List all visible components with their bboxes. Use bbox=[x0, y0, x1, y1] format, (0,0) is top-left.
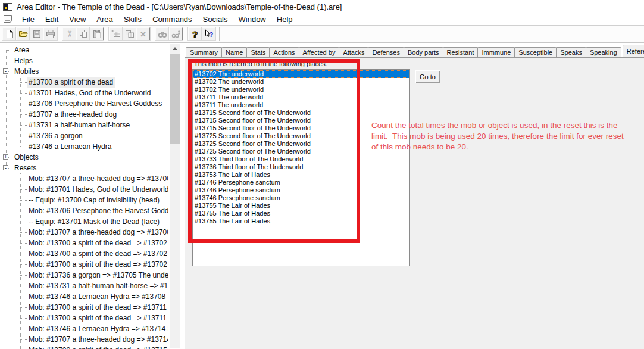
reference-row[interactable]: #13711 The underworld bbox=[193, 94, 409, 101]
tab[interactable]: Immmune bbox=[477, 47, 515, 57]
tab[interactable]: Stats bbox=[246, 47, 270, 57]
tree-expander-icon[interactable] bbox=[3, 68, 8, 74]
open-file-button[interactable] bbox=[16, 27, 30, 40]
tree-item[interactable]: Mob: #13706 Persephone the Harvest Godde… bbox=[0, 205, 180, 216]
tree-expander-icon[interactable] bbox=[3, 165, 8, 170]
tree-item-label: Mob: #13700 a spirit of the dead => #137… bbox=[27, 345, 168, 349]
tree-item[interactable]: Mob: #13700 a spirit of the dead => #137… bbox=[0, 238, 180, 248]
menu-item[interactable]: View bbox=[64, 14, 91, 25]
tab[interactable]: Susceptible bbox=[514, 47, 557, 57]
tab[interactable]: Defenses bbox=[368, 47, 404, 57]
mdi-document-icon[interactable] bbox=[4, 15, 12, 23]
tree-item[interactable]: Mob: #13700 a spirit of the dead => #137… bbox=[0, 345, 180, 349]
reference-row[interactable]: #13702 The underworld bbox=[193, 70, 409, 78]
reference-row[interactable]: #13733 Third floor of The Underworld bbox=[193, 155, 409, 163]
tab[interactable]: Body parts bbox=[404, 47, 443, 57]
tree-item[interactable]: -- Equip: #13701 Mask of the Dead (face) bbox=[0, 216, 180, 227]
find-mob-button[interactable] bbox=[169, 27, 183, 40]
scroll-up-arrow-icon[interactable] bbox=[170, 44, 180, 54]
tree-item[interactable]: Mob: #13707 a three-headed dog => #13714… bbox=[0, 334, 180, 345]
tree-item[interactable]: #13736 a gorgon bbox=[0, 130, 180, 141]
tree-item[interactable]: #13746 a Lernaean Hydra bbox=[0, 141, 180, 152]
tree-item[interactable]: Area bbox=[0, 45, 180, 55]
paste-icon bbox=[92, 29, 102, 39]
tab[interactable]: Actions bbox=[269, 47, 299, 57]
menu-item[interactable]: Window bbox=[233, 14, 271, 25]
reference-row[interactable]: #13702 The underworld bbox=[193, 78, 409, 86]
toolbar-separator bbox=[219, 27, 220, 41]
delete-entry-button[interactable]: ✕ bbox=[136, 27, 150, 40]
tree-scrollbar[interactable] bbox=[170, 44, 180, 348]
tab[interactable]: Name bbox=[221, 47, 247, 57]
tree-item[interactable]: Mob: #13700 a spirit of the dead => #137… bbox=[0, 259, 180, 270]
menu-item[interactable]: Edit bbox=[40, 14, 64, 25]
tree-item[interactable]: Mob: #13707 a three-headed dog => #13700… bbox=[0, 173, 180, 184]
main-area: Area Helps Mobiles #13700 a spir bbox=[0, 43, 644, 349]
reference-row[interactable]: #13746 Persephone sanctum bbox=[193, 186, 409, 194]
tree-item[interactable]: #13731 a half-human half-horse bbox=[0, 120, 180, 130]
menu-item[interactable]: Area bbox=[91, 14, 118, 25]
scrollbar-thumb[interactable] bbox=[170, 54, 180, 144]
menu-item[interactable]: Commands bbox=[147, 14, 197, 25]
tree-item[interactable]: Resets bbox=[0, 163, 180, 173]
duplicate-entry-button[interactable] bbox=[123, 27, 136, 40]
print-button[interactable] bbox=[43, 27, 57, 40]
reference-row[interactable]: #13746 Persephone sanctum bbox=[193, 179, 409, 186]
tree-item-label: Mob: #13700 a spirit of the dead => #137… bbox=[27, 248, 168, 259]
cut-button[interactable]: ✂ bbox=[62, 27, 76, 40]
reference-row[interactable]: #13746 Persephone sanctum bbox=[193, 194, 409, 202]
menu-item[interactable]: Skills bbox=[118, 14, 147, 25]
tab[interactable]: Speaking bbox=[586, 47, 621, 57]
tab[interactable]: Summary bbox=[186, 47, 222, 57]
print-icon bbox=[46, 29, 55, 39]
context-help-button[interactable]: ? bbox=[202, 27, 215, 40]
tree-item[interactable]: #13701 Hades, God of the Underworld bbox=[0, 88, 180, 98]
tree-expander-icon[interactable] bbox=[3, 154, 8, 160]
tree-item[interactable]: Mob: #13707 a three-headed dog => #13700… bbox=[0, 227, 180, 238]
tree-item[interactable]: -- Equip: #13700 Cap of Invisibility (he… bbox=[0, 195, 180, 205]
tree-item[interactable]: Mob: #13746 a Lernaean Hydra => #13708 T… bbox=[0, 291, 180, 302]
tab[interactable]: Affected by bbox=[299, 47, 340, 57]
menu-item[interactable]: File bbox=[17, 14, 40, 25]
new-file-button[interactable] bbox=[2, 27, 16, 40]
find-button[interactable] bbox=[155, 27, 169, 40]
tree-item[interactable]: #13700 a spirit of the dead bbox=[0, 77, 180, 88]
tree-item[interactable]: Mob: #13731 a half-human half-horse => #… bbox=[0, 281, 180, 291]
window-title: Area Editor - The Temple of the Dead - [… bbox=[17, 2, 342, 11]
tree-item[interactable]: Mob: #13700 a spirit of the dead => #137… bbox=[0, 302, 180, 313]
goto-button[interactable]: Go to bbox=[415, 70, 440, 83]
reference-row[interactable]: #13755 The Lair of Hades bbox=[193, 202, 409, 210]
reference-row[interactable]: #13715 Second floor of The Underworld bbox=[193, 109, 409, 117]
copy-button[interactable] bbox=[76, 27, 90, 40]
tree-item[interactable]: Mob: #13746 a Lernaean Hydra => #13714 S… bbox=[0, 323, 180, 334]
tree-item[interactable]: Objects bbox=[0, 152, 180, 163]
tree-item[interactable]: Mob: #13700 a spirit of the dead => #137… bbox=[0, 248, 180, 259]
references-list[interactable]: #13702 The underworld#13702 The underwor… bbox=[192, 69, 410, 266]
menu-item[interactable]: Help bbox=[271, 14, 298, 25]
annotation-line: Count the total times the mob or object … bbox=[371, 120, 624, 131]
tab[interactable]: Resistant bbox=[443, 47, 479, 57]
copy-icon bbox=[79, 29, 88, 39]
tab[interactable]: Attacks bbox=[339, 47, 368, 57]
tree-item[interactable]: Mob: #13700 a spirit of the dead => #137… bbox=[0, 313, 180, 323]
reference-row[interactable]: #13753 The Lair of Hades bbox=[193, 171, 409, 179]
tree-item[interactable]: Mob: #13701 Hades, God of the Underworld… bbox=[0, 184, 180, 195]
tab[interactable]: References bbox=[623, 45, 644, 57]
tree-item-label: #13707 a three-headed dog bbox=[27, 109, 118, 120]
reference-row[interactable]: #13755 The Lair of Hades bbox=[193, 217, 409, 225]
new-entry-button[interactable] bbox=[109, 27, 123, 40]
reference-row[interactable]: #13702 The underworld bbox=[193, 86, 409, 94]
tree-item[interactable]: Helps bbox=[0, 55, 180, 66]
reference-row[interactable]: #13736 Third floor of The Underworld bbox=[193, 163, 409, 171]
tree-item[interactable]: #13707 a three-headed dog bbox=[0, 109, 180, 120]
tree-item[interactable]: Mob: #13736 a gorgon => #13705 The under… bbox=[0, 270, 180, 281]
reference-row[interactable]: #13755 The Lair of Hades bbox=[193, 210, 409, 217]
tree-item[interactable]: Mobiles bbox=[0, 66, 180, 77]
tree-item[interactable]: #13706 Persephone the Harvest Goddess bbox=[0, 98, 180, 109]
reference-row[interactable]: #13711 The underworld bbox=[193, 101, 409, 109]
help-button[interactable]: ? bbox=[188, 27, 202, 40]
save-button[interactable] bbox=[30, 27, 43, 40]
paste-button[interactable] bbox=[90, 27, 104, 40]
menu-item[interactable]: Socials bbox=[198, 14, 233, 25]
tab[interactable]: Speaks bbox=[556, 47, 586, 57]
